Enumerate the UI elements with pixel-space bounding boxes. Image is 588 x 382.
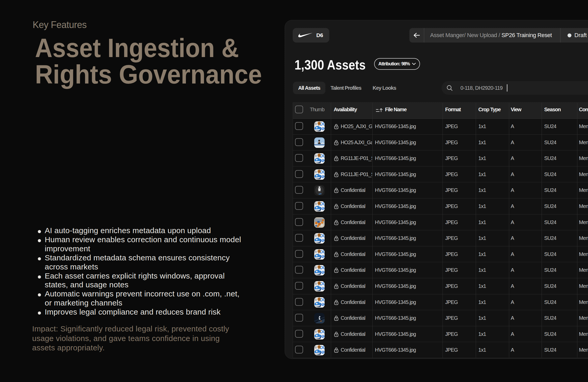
svg-text:DU: DU [320,122,325,126]
svg-text:DU: DU [320,345,325,350]
svg-text:DU: DU [320,298,325,302]
svg-text:DU: DU [320,154,325,158]
svg-text:DU: DU [320,282,325,286]
svg-text:DU: DU [320,330,325,334]
svg-text:DU: DU [320,202,325,206]
svg-text:DU: DU [320,250,325,254]
svg-text:DU: DU [320,234,325,238]
svg-text:DU: DU [320,266,325,270]
svg-text:DU: DU [320,170,325,174]
